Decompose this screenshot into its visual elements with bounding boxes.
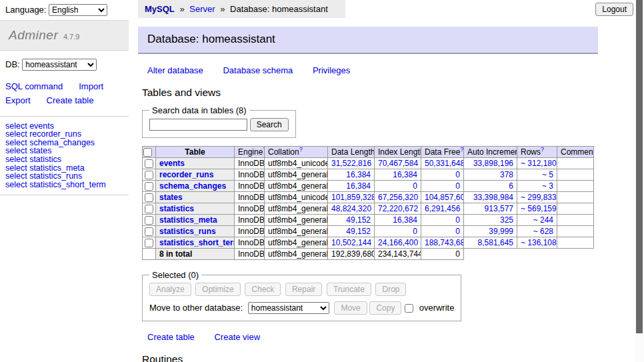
rows-count-link[interactable]: ~ 136,108 xyxy=(521,238,557,247)
table-name-link[interactable]: recorder_runs xyxy=(159,170,213,179)
data-free-link[interactable]: 0 xyxy=(455,181,460,191)
auto-increment-link[interactable]: 33,898,196 xyxy=(473,159,513,168)
logout-button[interactable]: Logout xyxy=(595,3,633,16)
search-button[interactable]: Search xyxy=(250,118,289,131)
index-length-link[interactable]: 0 xyxy=(413,181,417,191)
row-select-checkbox[interactable] xyxy=(145,216,153,225)
create-table-sidebar-link[interactable]: Create table xyxy=(47,95,94,105)
select-table-link[interactable]: select statistics_short_term xyxy=(5,181,123,189)
row-select-checkbox[interactable] xyxy=(145,182,153,191)
alter-database-link[interactable]: Alter database xyxy=(147,65,203,75)
data-free-link[interactable]: 188,743,680 xyxy=(425,238,464,247)
data-length-link[interactable]: 16,384 xyxy=(346,181,371,191)
data-length-link[interactable]: 10,502,144 xyxy=(331,238,371,247)
database-schema-link[interactable]: Database schema xyxy=(223,65,293,75)
index-length-link[interactable]: 16,384 xyxy=(393,170,417,179)
table-name-link[interactable]: statistics_meta xyxy=(159,215,217,225)
drop-button[interactable]: Drop xyxy=(375,283,406,296)
data-free-link[interactable]: 0 xyxy=(455,170,460,179)
data-free-link[interactable]: 0 xyxy=(455,227,460,236)
repair-button[interactable]: Repair xyxy=(285,283,322,296)
select-table-link[interactable]: select statistics xyxy=(5,155,123,164)
row-select-checkbox[interactable] xyxy=(145,159,153,168)
data-length-link[interactable]: 49,152 xyxy=(346,227,371,236)
rows-count-link[interactable]: ~ 299,833 xyxy=(521,193,557,202)
scrollbar-track[interactable] xyxy=(635,0,644,362)
index-length-link[interactable]: 0 xyxy=(413,227,417,236)
data-free-link[interactable]: 6,291,456 xyxy=(425,204,460,213)
data-length-cell: 16,384 xyxy=(328,169,375,181)
col-header-index-length: Index Length? xyxy=(375,147,421,158)
breadcrumb: MySQL » Server » Database: homeassistant xyxy=(138,0,345,18)
index-length-link[interactable]: 24,166,400 xyxy=(378,238,418,247)
index-length-link[interactable]: 16,384 xyxy=(393,215,417,225)
auto-increment-link[interactable]: 8,581,645 xyxy=(478,238,513,247)
index-length-link[interactable]: 70,467,584 xyxy=(378,159,418,168)
auto-increment-link[interactable]: 913,577 xyxy=(485,204,513,213)
table-name-link[interactable]: events xyxy=(159,159,185,168)
optimize-button[interactable]: Optimize xyxy=(195,283,240,296)
rows-count-link[interactable]: ~ 244 xyxy=(533,215,553,225)
truncate-button[interactable]: Truncate xyxy=(327,283,371,296)
auto-increment-link[interactable]: 6 xyxy=(509,181,513,191)
move-database-select[interactable]: homeassistant xyxy=(248,302,329,314)
select-table-link[interactable]: select recorder_runs xyxy=(5,130,123,139)
scrollbar-thumb[interactable] xyxy=(636,0,643,333)
auto-increment-link[interactable]: 39,999 xyxy=(489,227,513,236)
table-name-link[interactable]: states xyxy=(159,193,183,202)
data-length-link[interactable]: 16,384 xyxy=(346,170,371,179)
auto-increment-link[interactable]: 33,398,984 xyxy=(473,193,513,202)
db-select[interactable]: homeassistant xyxy=(22,59,97,71)
data-length-link[interactable]: 48,824,320 xyxy=(331,204,371,213)
rows-count-link[interactable]: ~ 5 xyxy=(542,170,553,179)
data-length-link[interactable]: 49,152 xyxy=(346,215,371,225)
move-button[interactable]: Move xyxy=(334,301,367,315)
data-free-link[interactable]: 50,331,648 xyxy=(425,159,464,168)
row-select-checkbox[interactable] xyxy=(145,171,153,179)
rows-count-link[interactable]: ~ 628 xyxy=(533,227,553,236)
copy-button[interactable]: Copy xyxy=(369,301,401,315)
row-select-checkbox[interactable] xyxy=(145,193,153,202)
index-length-link[interactable]: 72,220,672 xyxy=(378,204,418,213)
auto-increment-link[interactable]: 325 xyxy=(500,215,513,225)
breadcrumb-mysql-link[interactable]: MySQL xyxy=(145,4,175,14)
row-select-checkbox[interactable] xyxy=(145,239,153,247)
select-table-link[interactable]: select statistics_runs xyxy=(5,172,123,181)
data-length-link[interactable]: 101,859,328 xyxy=(331,193,375,202)
analyze-button[interactable]: Analyze xyxy=(149,283,191,296)
overwrite-checkbox[interactable] xyxy=(405,304,413,313)
row-select-checkbox[interactable] xyxy=(145,205,153,213)
total-label-cell: 8 in total xyxy=(156,249,235,260)
data-length-link[interactable]: 31,522,816 xyxy=(331,159,371,168)
data-free-help-link[interactable]: ? xyxy=(460,147,463,153)
table-name-link[interactable]: schema_changes xyxy=(159,181,226,191)
table-name-link[interactable]: statistics_runs xyxy=(159,227,216,236)
collation-help-link[interactable]: ? xyxy=(299,147,303,153)
language-row: Language: English xyxy=(0,0,129,20)
privileges-link[interactable]: Privileges xyxy=(313,65,350,75)
create-view-link[interactable]: Create view xyxy=(214,332,260,342)
rows-count-link[interactable]: ~ 312,180 xyxy=(521,159,557,168)
check-button[interactable]: Check xyxy=(245,283,281,296)
data-free-link[interactable]: 0 xyxy=(455,215,460,225)
rows-count-link[interactable]: ~ 3 xyxy=(542,181,553,191)
table-name-cell: statistics_short_term xyxy=(156,237,235,249)
table-name-link[interactable]: statistics xyxy=(159,204,194,213)
create-table-link[interactable]: Create table xyxy=(147,332,195,342)
breadcrumb-server-link[interactable]: Server xyxy=(189,4,215,14)
import-link[interactable]: Import xyxy=(79,81,103,91)
row-select-cell xyxy=(143,192,156,203)
search-input[interactable] xyxy=(149,119,247,131)
data-free-link[interactable]: 104,857,600 xyxy=(425,193,464,202)
index-length-cell: 72,220,672 xyxy=(375,203,421,215)
language-select[interactable]: English xyxy=(49,4,107,16)
index-length-link[interactable]: 67,256,320 xyxy=(378,193,418,202)
rows-count-link[interactable]: ~ 569,159 xyxy=(521,204,557,213)
sql-command-link[interactable]: SQL command xyxy=(5,81,63,91)
row-select-checkbox[interactable] xyxy=(145,227,153,236)
rows-help-link[interactable]: ? xyxy=(541,147,544,153)
table-name-link[interactable]: statistics_short_term xyxy=(159,238,235,247)
select-all-checkbox[interactable] xyxy=(143,148,152,157)
auto-increment-link[interactable]: 378 xyxy=(500,170,513,179)
export-link[interactable]: Export xyxy=(5,95,31,105)
